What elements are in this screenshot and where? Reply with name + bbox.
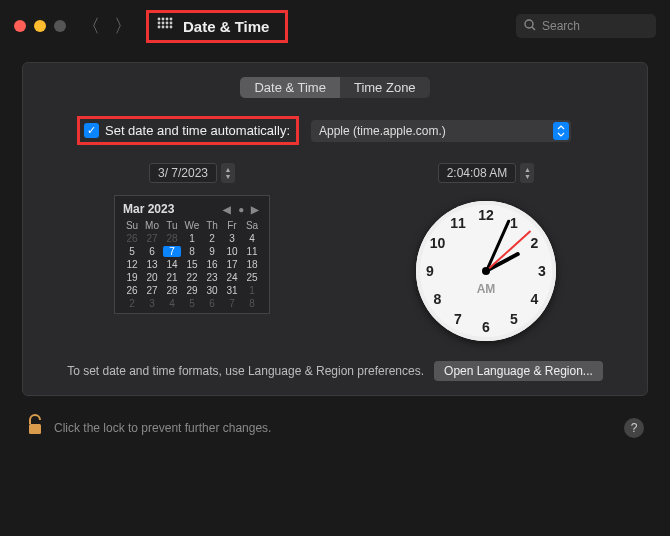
calendar-day[interactable]: 2 [123,298,141,309]
calendar-day[interactable]: 4 [163,298,181,309]
open-language-region-button[interactable]: Open Language & Region... [434,361,603,381]
close-window-button[interactable] [14,20,26,32]
calendar-dow: We [183,220,201,231]
title-highlight-box: Date & Time [146,10,288,43]
calendar-day[interactable]: 24 [223,272,241,283]
calendar-day[interactable]: 5 [183,298,201,309]
time-stepper[interactable]: ▲▼ [520,163,534,183]
clock-numeral: 11 [448,215,468,231]
lock-icon[interactable] [26,414,44,441]
calendar-day[interactable]: 26 [123,233,141,244]
date-stepper-field[interactable]: 3/ 7/2023 ▲▼ [149,163,235,183]
calendar-nav[interactable]: ◀ ● ▶ [223,204,261,215]
calendar-day[interactable]: 15 [183,259,201,270]
calendar-day[interactable]: 2 [203,233,221,244]
svg-point-11 [170,25,173,28]
calendar-day[interactable]: 3 [143,298,161,309]
calendar-day[interactable]: 30 [203,285,221,296]
calendar-day[interactable]: 22 [183,272,201,283]
analog-clock[interactable]: 123456789101112 AM [416,201,556,341]
svg-point-7 [170,21,173,24]
auto-time-label: Set date and time automatically: [105,123,290,138]
format-hint-text: To set date and time formats, use Langua… [67,364,424,378]
calendar-day[interactable]: 8 [183,246,201,257]
calendar-day[interactable]: 5 [123,246,141,257]
calendar-day[interactable]: 14 [163,259,181,270]
clock-numeral: 7 [448,311,468,327]
clock-center [482,267,490,275]
svg-point-12 [525,20,533,28]
nav-buttons: 〈 〉 [82,14,132,38]
calendar-day[interactable]: 27 [143,285,161,296]
date-column: 3/ 7/2023 ▲▼ Mar 2023 ◀ ● ▶ SuMoTuWeThFr… [114,163,270,341]
calendar-dow: Sa [243,220,261,231]
calendar-day[interactable]: 4 [243,233,261,244]
calendar-day[interactable]: 11 [243,246,261,257]
clock-numeral: 4 [524,291,544,307]
calendar-day[interactable]: 12 [123,259,141,270]
search-icon [524,19,536,34]
search-placeholder: Search [542,19,580,33]
calendar-day[interactable]: 1 [183,233,201,244]
time-column: 2:04:08 AM ▲▼ 123456789101112 AM [416,163,556,341]
calendar-day[interactable]: 6 [143,246,161,257]
calendar[interactable]: Mar 2023 ◀ ● ▶ SuMoTuWeThFrSa26272812345… [114,195,270,314]
help-button[interactable]: ? [624,418,644,438]
time-server-value: Apple (time.apple.com.) [319,124,446,138]
lock-text: Click the lock to prevent further change… [54,421,271,435]
svg-rect-14 [29,424,41,434]
svg-point-1 [162,17,165,20]
calendar-day[interactable]: 16 [203,259,221,270]
tab-time-zone[interactable]: Time Zone [340,77,430,98]
svg-point-10 [166,25,169,28]
calendar-day[interactable]: 13 [143,259,161,270]
calendar-dow: Tu [163,220,181,231]
auto-time-highlight-box: ✓ Set date and time automatically: [77,116,299,145]
auto-time-checkbox[interactable]: ✓ [84,123,99,138]
clock-numeral: 3 [532,263,552,279]
back-button[interactable]: 〈 [82,14,100,38]
calendar-day[interactable]: 29 [183,285,201,296]
time-stepper-field[interactable]: 2:04:08 AM ▲▼ [438,163,535,183]
svg-point-8 [158,25,161,28]
calendar-day[interactable]: 26 [123,285,141,296]
clock-numeral: 6 [476,319,496,335]
calendar-day[interactable]: 10 [223,246,241,257]
calendar-day[interactable]: 9 [203,246,221,257]
calendar-day[interactable]: 23 [203,272,221,283]
calendar-day[interactable]: 8 [243,298,261,309]
calendar-day[interactable]: 1 [243,285,261,296]
clock-ampm: AM [477,282,496,296]
calendar-day[interactable]: 20 [143,272,161,283]
svg-point-6 [166,21,169,24]
calendar-day[interactable]: 27 [143,233,161,244]
calendar-day[interactable]: 7 [163,246,181,257]
zoom-window-button[interactable] [54,20,66,32]
clock-numeral: 10 [428,235,448,251]
calendar-day[interactable]: 6 [203,298,221,309]
calendar-day[interactable]: 31 [223,285,241,296]
window-title: Date & Time [183,18,269,35]
auto-time-row: ✓ Set date and time automatically: Apple… [77,116,629,145]
tab-date-time[interactable]: Date & Time [240,77,340,98]
clock-numeral: 12 [476,207,496,223]
tab-bar: Date & Time Time Zone [41,77,629,98]
calendar-day[interactable]: 21 [163,272,181,283]
calendar-day[interactable]: 19 [123,272,141,283]
calendar-day[interactable]: 18 [243,259,261,270]
minimize-window-button[interactable] [34,20,46,32]
calendar-day[interactable]: 3 [223,233,241,244]
show-all-icon[interactable] [157,17,173,36]
time-server-select[interactable]: Apple (time.apple.com.) [311,120,571,142]
calendar-day[interactable]: 17 [223,259,241,270]
calendar-day[interactable]: 28 [163,285,181,296]
calendar-day[interactable]: 7 [223,298,241,309]
date-input[interactable]: 3/ 7/2023 [149,163,217,183]
search-field[interactable]: Search [516,14,656,38]
calendar-day[interactable]: 28 [163,233,181,244]
date-stepper[interactable]: ▲▼ [221,163,235,183]
calendar-day[interactable]: 25 [243,272,261,283]
forward-button[interactable]: 〉 [114,14,132,38]
time-input[interactable]: 2:04:08 AM [438,163,517,183]
calendar-dow: Th [203,220,221,231]
